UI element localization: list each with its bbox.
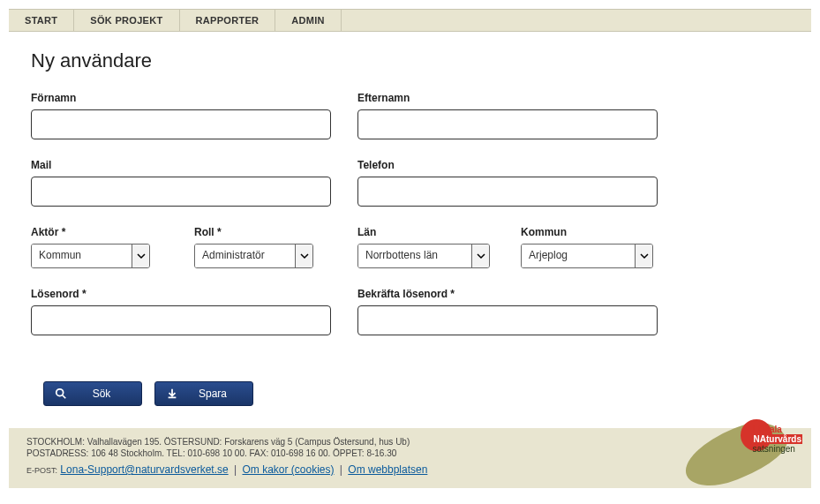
footer-logo: LOkala NAturvårds satsningen	[682, 417, 806, 484]
lan-label: Län	[357, 226, 521, 238]
chevron-down-icon	[295, 244, 312, 267]
spara-button-label: Spara	[191, 387, 235, 400]
svg-point-0	[56, 389, 64, 396]
download-icon	[166, 387, 178, 400]
chevron-down-icon	[635, 244, 652, 267]
aktor-select[interactable]: Kommun	[31, 244, 150, 268]
logo-text: LOkala NAturvårds satsningen	[753, 425, 802, 454]
sok-button-label: Sök	[79, 387, 124, 400]
search-icon	[55, 387, 67, 400]
svg-line-1	[63, 395, 66, 399]
efternamn-label: Efternamn	[357, 92, 684, 104]
epost-label: E-POST:	[26, 466, 57, 475]
mail-label: Mail	[31, 159, 357, 171]
aktor-value: Kommun	[32, 244, 132, 267]
fornamn-label: Förnamn	[31, 92, 357, 104]
footer: STOCKHOLM: Valhallavägen 195. ÖSTERSUND:…	[9, 428, 811, 488]
roll-value: Administratör	[195, 244, 295, 267]
roll-label: Roll *	[194, 226, 357, 238]
kommun-label: Kommun	[521, 226, 684, 238]
chevron-down-icon	[132, 244, 149, 267]
fornamn-input[interactable]	[31, 109, 331, 139]
losenord-input[interactable]	[31, 305, 331, 335]
nav-rapporter[interactable]: RAPPORTER	[180, 10, 276, 31]
footer-email-link[interactable]: Lona-Support@naturvardsverket.se	[60, 463, 228, 476]
footer-cookies-link[interactable]: Om kakor (cookies)	[242, 463, 334, 476]
telefon-input[interactable]	[357, 177, 658, 207]
content-area: Ny användare Förnamn Efternamn Mail Tele…	[0, 32, 820, 428]
lan-value: Norrbottens län	[358, 244, 471, 267]
bekrafta-label: Bekräfta lösenord *	[357, 288, 684, 300]
kommun-select[interactable]: Arjeplog	[521, 244, 653, 268]
top-nav: START SÖK PROJEKT RAPPORTER ADMIN	[9, 9, 811, 32]
separator: |	[234, 463, 237, 476]
footer-address-2: POSTADRESS: 106 48 Stockholm. TEL: 010-6…	[26, 448, 794, 458]
separator: |	[340, 463, 342, 476]
logo-line1: LOkala	[753, 425, 782, 434]
losenord-label: Lösenord *	[31, 288, 357, 300]
logo-line2: NAturvårds	[753, 434, 802, 444]
roll-select[interactable]: Administratör	[194, 244, 313, 268]
chevron-down-icon	[471, 244, 489, 267]
logo-line3: satsningen	[753, 444, 802, 454]
nav-admin[interactable]: ADMIN	[275, 10, 342, 31]
kommun-value: Arjeplog	[522, 244, 635, 267]
footer-address-1: STOCKHOLM: Valhallavägen 195. ÖSTERSUND:…	[26, 437, 794, 447]
bekrafta-input[interactable]	[357, 305, 658, 335]
sok-button[interactable]: Sök	[43, 381, 142, 406]
lan-select[interactable]: Norrbottens län	[357, 244, 490, 268]
page-title: Ny användare	[31, 49, 789, 72]
mail-input[interactable]	[31, 177, 331, 207]
aktor-label: Aktör *	[31, 226, 194, 238]
footer-about-link[interactable]: Om webbplatsen	[348, 463, 427, 476]
nav-sok-projekt[interactable]: SÖK PROJEKT	[74, 10, 179, 31]
telefon-label: Telefon	[357, 159, 684, 171]
efternamn-input[interactable]	[357, 109, 658, 139]
spara-button[interactable]: Spara	[154, 381, 253, 406]
nav-start[interactable]: START	[9, 10, 74, 31]
